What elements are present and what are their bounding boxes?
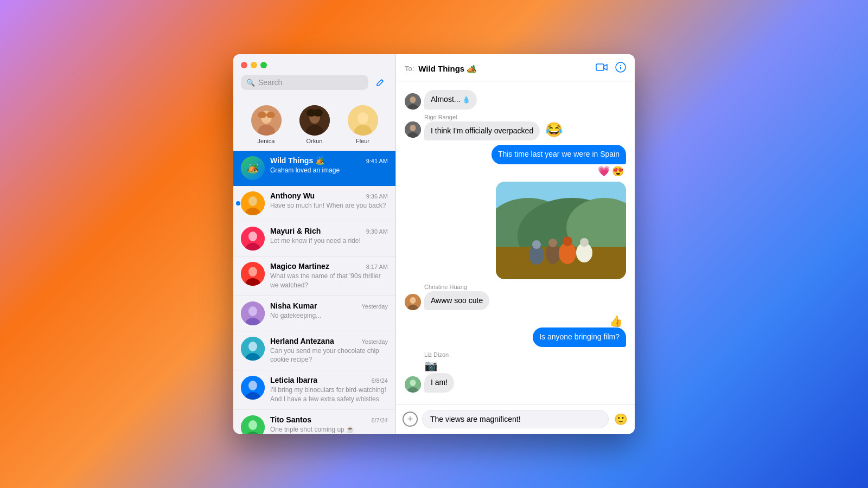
message-bubble: I am! [424, 373, 454, 393]
svg-point-32 [248, 420, 257, 430]
msg-row: Almost... 💧 [405, 90, 626, 110]
pinned-avatar-fleur [348, 105, 378, 136]
conversation-list: 🏕️ Wild Things 🏕️ 9:41 AM Graham loved a… [233, 151, 395, 434]
msg-row: Christine Huang Awww soo cute [405, 284, 626, 311]
chat-panel: To: Wild Things 🏕️ [396, 54, 635, 434]
message-bubble: Awww soo cute [424, 291, 489, 311]
sidebar: 🔍 Search [233, 54, 396, 434]
svg-point-39 [410, 97, 416, 103]
conv-time: 9:41 AM [366, 158, 388, 164]
conv-avatar-leticia [241, 376, 265, 400]
search-icon: 🔍 [246, 79, 255, 87]
svg-point-42 [410, 125, 416, 131]
close-button[interactable] [241, 62, 247, 68]
conv-avatar-mayuri [241, 227, 265, 251]
emoji-button[interactable]: 🙂 [613, 412, 628, 427]
svg-point-58 [410, 297, 416, 304]
conv-name: Anthony Wu [270, 191, 315, 200]
conv-preview: What was the name of that '90s thriller … [270, 272, 388, 290]
tapback-emoji: 😂 [545, 121, 563, 138]
liz-tapback: 📷 [424, 359, 438, 372]
conv-item-magico[interactable]: Magico Martinez 8:17 AM What was the nam… [233, 256, 395, 296]
svg-point-4 [266, 112, 275, 118]
pinned-avatar-orkun [299, 105, 330, 136]
svg-point-23 [248, 306, 257, 316]
sender-name: Liz Dizon [424, 351, 449, 358]
svg-point-36 [620, 65, 621, 66]
conv-avatar-nisha [241, 301, 265, 325]
message-input[interactable] [422, 410, 609, 428]
conv-item-leticia[interactable]: Leticia Ibarra 6/8/24 I'll bring my bino… [233, 370, 395, 410]
conv-item-anthony[interactable]: Anthony Wu 9:36 AM Have so much fun! Whe… [233, 186, 395, 221]
conv-time: Yesterday [361, 338, 388, 345]
chat-title: Wild Things 🏕️ [418, 64, 477, 74]
msg-row: Rigo Rangel I think I'm officially overp… [405, 114, 626, 141]
conv-name: Mayuri & Rich [270, 227, 321, 235]
conv-preview: No gatekeeping... [270, 311, 388, 320]
conv-preview: Let me know if you need a ride! [270, 236, 388, 246]
photo-placeholder [496, 182, 626, 279]
add-button[interactable]: + [403, 412, 418, 427]
video-call-icon[interactable] [596, 63, 608, 74]
compose-button[interactable] [373, 75, 388, 90]
conv-name: Magico Martinez [270, 262, 329, 271]
pinned-fleur[interactable]: Fleur [348, 105, 378, 144]
conv-name: Nisha Kumar [270, 301, 317, 310]
search-label: Search [258, 78, 282, 87]
svg-point-29 [248, 381, 257, 390]
conv-body-wild-things: Wild Things 🏕️ 9:41 AM Graham loved an i… [270, 156, 388, 175]
svg-rect-37 [620, 67, 621, 69]
msg-row-photo [405, 182, 626, 279]
svg-point-14 [248, 196, 257, 206]
conv-name: Wild Things 🏕️ [270, 156, 324, 165]
svg-point-11 [358, 112, 368, 124]
svg-rect-34 [596, 64, 604, 70]
msg-row-sent: This time last year we were in Spain 💗 😍 [405, 145, 626, 177]
conv-preview: One triple shot coming up ☕ [270, 425, 388, 434]
svg-point-61 [410, 380, 416, 386]
svg-point-52 [548, 239, 557, 247]
message-bubble: I think I'm officially overpacked [424, 121, 540, 141]
msg-avatar-christine [405, 294, 421, 310]
conv-item-tito[interactable]: Tito Santos 6/7/24 One triple shot comin… [233, 410, 395, 434]
svg-point-3 [258, 112, 266, 118]
sidebar-header: 🔍 Search [233, 54, 395, 101]
minimize-button[interactable] [251, 62, 257, 68]
tapback-above: 👍 [609, 314, 623, 328]
message-bubble: Almost... 💧 [424, 90, 477, 110]
sender-name: Christine Huang [424, 284, 467, 290]
conv-preview: Can you send me your chocolate chip cook… [270, 346, 388, 365]
svg-point-17 [248, 232, 257, 241]
conv-avatar-tito [241, 415, 265, 434]
pinned-jenica[interactable]: Jenica [251, 105, 282, 144]
pinned-name-orkun: Orkun [307, 138, 323, 144]
conv-time: 9:30 AM [366, 228, 388, 235]
search-bar[interactable]: 🔍 Search [241, 75, 368, 90]
conv-item-nisha[interactable]: Nisha Kumar Yesterday No gatekeeping... [233, 296, 395, 331]
svg-point-9 [313, 109, 323, 117]
svg-point-54 [563, 236, 572, 246]
chat-to-label: To: [405, 65, 414, 73]
maximize-button[interactable] [260, 62, 267, 68]
msg-avatar-rigo [405, 93, 421, 110]
info-icon[interactable] [615, 62, 626, 75]
search-compose-row: 🔍 Search [241, 75, 388, 90]
conv-time: 6/7/24 [371, 417, 388, 423]
conv-preview: Graham loved an image [270, 166, 388, 175]
chat-header-actions [596, 62, 626, 75]
msg-row: Liz Dizon 📷 I am! [405, 351, 626, 393]
conv-item-herland[interactable]: Herland Antezana Yesterday Can you send … [233, 331, 395, 371]
chat-input-area: + 🙂 [396, 404, 635, 434]
traffic-lights [241, 62, 388, 68]
svg-point-56 [580, 238, 589, 247]
msg-row-sent: 👍 Is anyone bringing film? [405, 314, 626, 347]
pinned-orkun[interactable]: Orkun [299, 105, 330, 144]
reaction-row: 💗 😍 [598, 165, 624, 177]
conv-time: 6/8/24 [371, 377, 388, 384]
conv-avatar-magico [241, 262, 265, 286]
conv-time: 9:36 AM [366, 193, 388, 200]
conv-item-mayuri[interactable]: Mayuri & Rich 9:30 AM Let me know if you… [233, 221, 395, 256]
svg-point-26 [248, 342, 257, 351]
message-bubble: Is anyone bringing film? [533, 328, 626, 347]
conv-item-wild-things[interactable]: 🏕️ Wild Things 🏕️ 9:41 AM Graham loved a… [233, 151, 395, 186]
